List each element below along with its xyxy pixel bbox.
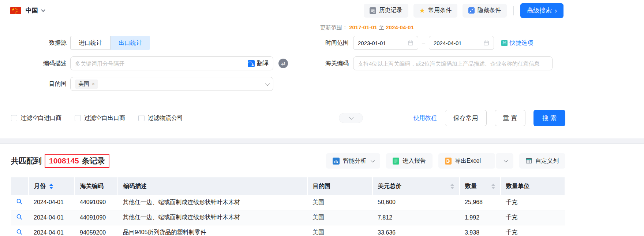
cell-usd: 33,636 [372,225,460,236]
data-source-label: 数据源 [11,39,67,47]
enter-report-button[interactable]: 进入报告 [386,153,433,169]
hs-code-input[interactable] [353,56,553,70]
cell-usd: 7,812 [372,210,460,225]
command-icon: ⌘ [501,40,508,46]
sort-icon[interactable] [450,184,454,189]
cell-unit: 千克 [501,210,565,225]
table-row[interactable]: 2024-04-01 44091090 其他任一边、端或面制成连续形状针叶木木材… [11,195,565,210]
country-selector-label[interactable]: 中国 [26,6,38,15]
hide-conditions-button[interactable]: 隐藏条件 [463,4,507,18]
header-hs-code-label: 海关编码 [80,182,104,190]
search-icon[interactable] [16,229,23,235]
header-usd[interactable]: 美元总价 [372,177,460,195]
cell-month: 2024-04-01 [29,195,75,210]
chevron-down-icon [349,115,353,119]
destination-tag-label: 美国 [78,81,89,88]
header-desc: 编码描述 [118,177,307,195]
filter-blank-exporter-checkbox[interactable]: 过滤空白出口商 [75,114,125,122]
export-excel-button[interactable]: 导出Excel [438,153,495,169]
custom-columns-label: 自定义列 [535,157,559,165]
cell-hs-code: 94059200 [75,225,118,236]
cell-usd: 50,600 [372,195,460,210]
header-action-column [11,177,29,195]
header-hs-code: 海关编码 [75,177,118,195]
smart-analysis-button[interactable]: 智能分析 [326,153,380,169]
history-icon [370,7,376,14]
columns-icon [526,158,532,164]
swap-icon[interactable]: ⇄ [278,59,288,68]
cell-month: 2024-04-01 [29,210,75,225]
report-icon [393,158,399,165]
cell-hs-code: 44091090 [75,210,118,225]
calendar-icon [483,40,489,46]
export-options-button[interactable] [496,153,513,169]
filter-blank-importer-checkbox[interactable]: 过滤空白进口商 [11,114,61,122]
expand-conditions-button[interactable] [339,113,363,123]
reset-button[interactable]: 重 置 [495,110,526,126]
cell-hs-code: 44091090 [75,195,118,210]
date-range-dash: – [422,40,425,46]
star-icon: ★ [419,7,425,14]
cell-unit: 千克 [501,225,565,236]
code-desc-field[interactable] [75,60,248,67]
checkbox-icon[interactable] [75,115,81,121]
chevron-down-icon[interactable] [265,81,270,86]
chevron-down-icon[interactable] [41,8,45,12]
table-row[interactable]: 2024-04-01 94059200 品目9405所列货品的塑料制零件 美国 … [11,225,565,236]
chevron-down-icon [371,158,375,162]
destination-label: 目的国 [11,80,67,88]
sort-icon[interactable] [491,184,495,189]
destination-select[interactable]: 美国 × [70,77,273,91]
code-desc-input[interactable]: 中A 翻译 [70,56,273,70]
translate-label: 翻译 [257,60,269,67]
update-range-label: 更新范围： [320,24,348,30]
update-range-end: 2024-04-01 [386,24,414,30]
end-date-input[interactable] [429,36,494,50]
update-range-start: 2017-01-01 [349,24,377,30]
chevron-right-icon: › [555,8,557,13]
filter-logistics-label: 过滤物流公司 [148,114,183,122]
checkbox-icon[interactable] [138,115,145,121]
hs-code-label: 海关编码 [320,60,349,67]
sort-icon[interactable] [49,184,53,189]
hs-code-field[interactable] [358,60,548,67]
header-dest: 目的国 [307,177,372,195]
frequent-conditions-button[interactable]: ★ 常用条件 [413,4,457,18]
quick-options-link[interactable]: ⌘ 快捷选项 [501,39,533,47]
cell-desc: 其他任一边、端或面制成连续形状针叶木木材 [118,195,307,210]
filter-logistics-checkbox[interactable]: 过滤物流公司 [138,114,183,122]
header-month-label: 月份 [34,182,46,190]
translate-button[interactable]: 中A 翻译 [248,60,269,67]
cell-dest: 美国 [307,210,372,225]
search-icon[interactable] [16,214,23,220]
china-flag-icon: ★ ★ ★ ★ ★ [10,7,21,14]
data-source-tabs: 进口统计 出口统计 [70,36,150,50]
results-table: 月份 海关编码 编码描述 目的国 美元总价 数量 数量单位 2024-04-01… [11,177,565,236]
cell-desc: 品目9405所列货品的塑料制零件 [118,225,307,236]
filter-blank-exporter-label: 过滤空白出口商 [84,114,125,122]
search-icon[interactable] [16,198,23,205]
remove-tag-icon[interactable]: × [92,81,95,87]
cell-month: 2024-04-01 [29,225,75,236]
tutorial-link[interactable]: 使用教程 [413,114,437,122]
end-date-field[interactable] [434,40,483,46]
smart-analysis-label: 智能分析 [343,157,366,165]
tab-export-stats[interactable]: 出口统计 [111,36,150,50]
start-date-input[interactable] [353,36,418,50]
advanced-search-button[interactable]: 高级搜索 › [520,3,564,18]
quick-options-label: 快捷选项 [510,39,533,47]
table-row[interactable]: 2024-04-01 44091090 其他任一边、端或面制成连续形状针叶木木材… [11,210,565,225]
header-month[interactable]: 月份 [29,177,75,195]
history-button[interactable]: 历史记录 [364,4,408,18]
checkbox-icon[interactable] [11,115,17,121]
save-frequent-button[interactable]: 保存常用 [445,110,487,126]
custom-columns-button[interactable]: 自定义列 [519,153,565,169]
translate-icon: 中A [248,60,255,67]
start-date-field[interactable] [358,40,408,46]
cell-qty: 3,938 [460,225,501,236]
tab-import-stats[interactable]: 进口统计 [70,36,111,50]
match-summary: 共匹配到 1008145 条记录 [11,154,109,168]
header-qty[interactable]: 数量 [460,177,501,195]
history-button-label: 历史记录 [379,7,402,14]
search-button[interactable]: 搜 索 [533,110,565,126]
